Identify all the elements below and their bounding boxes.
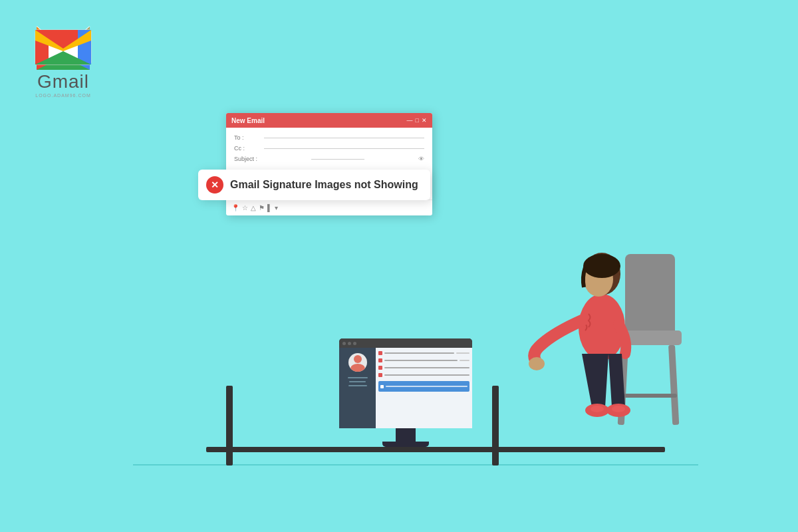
sidebar-line-2: [349, 381, 366, 382]
close-icon[interactable]: ✕: [422, 117, 427, 124]
list-line-3: [384, 367, 469, 368]
list-item-4: [378, 372, 469, 378]
svg-rect-9: [625, 254, 675, 340]
cc-line: [264, 148, 424, 149]
subject-line: [311, 159, 364, 160]
highlight-dot: [380, 385, 384, 388]
list-item-2: [378, 358, 469, 363]
eye-icon: 👁: [418, 156, 424, 162]
error-icon: ✕: [206, 176, 223, 194]
screen-sidebar: [339, 348, 376, 428]
screen-dot-3: [353, 342, 356, 345]
to-label: To :: [234, 134, 264, 141]
gmail-logo-text: Gmail: [37, 71, 89, 92]
cc-label: Cc :: [234, 145, 264, 152]
star-icon[interactable]: ☆: [242, 204, 248, 211]
monitor-stand: [396, 428, 416, 442]
svg-point-21: [591, 406, 604, 412]
list-line-2: [384, 360, 458, 361]
gmail-logo-sub: LOGO.ADAM96.COM: [35, 93, 90, 98]
screen-dot-1: [342, 342, 346, 345]
svg-rect-13: [624, 394, 677, 398]
bar-icon[interactable]: ▌: [267, 204, 272, 211]
list-line-1: [384, 352, 454, 354]
svg-point-17: [583, 254, 620, 278]
email-titlebar: New Email — □ ✕: [226, 113, 432, 128]
desk-leg-right: [492, 386, 499, 466]
highlight-line: [386, 386, 467, 387]
pin-icon[interactable]: 📍: [231, 204, 239, 211]
error-message: Gmail Signature Images not Showing: [230, 179, 418, 191]
list-line-4: [384, 374, 469, 376]
list-dot-4: [378, 373, 382, 377]
to-line: [264, 138, 424, 138]
email-toolbar: 📍 ☆ △ ⚑ ▌ ▾: [226, 200, 432, 215]
window-controls: — □ ✕: [407, 117, 427, 124]
svg-rect-12: [668, 345, 679, 425]
email-to-field: To :: [234, 134, 424, 141]
svg-point-18: [529, 357, 545, 370]
list-line-2b: [460, 360, 469, 361]
highlighted-row: [378, 381, 469, 392]
triangle-icon[interactable]: △: [251, 204, 256, 211]
sidebar-line-3: [348, 385, 367, 386]
list-dot-3: [378, 366, 382, 370]
monitor-base: [382, 442, 429, 447]
sidebar-line-1: [348, 377, 368, 378]
error-x-icon: ✕: [211, 180, 219, 190]
computer-monitor: [339, 338, 472, 447]
chevron-icon[interactable]: ▾: [275, 204, 278, 211]
person-chair-illustration: [499, 201, 712, 467]
svg-point-22: [612, 406, 625, 412]
flag-icon[interactable]: ⚑: [259, 204, 265, 211]
list-line-1b: [456, 352, 469, 354]
gmail-logo: Gmail LOGO.ADAM96.COM: [33, 20, 93, 98]
screen-header-bar: [339, 338, 472, 348]
avatar-body: [350, 364, 365, 372]
subject-label: Subject :: [234, 156, 257, 162]
list-item-3: [378, 365, 469, 370]
screen-avatar: [348, 353, 367, 372]
email-subject-row: Subject : 👁: [234, 156, 424, 162]
email-window-title: New Email: [231, 117, 265, 124]
list-dot-1: [378, 351, 382, 355]
screen-dot-2: [348, 342, 351, 345]
gmail-icon-proper: [33, 22, 93, 70]
list-item-1: [378, 350, 469, 356]
monitor-screen: [339, 338, 472, 428]
desk-leg-left: [226, 386, 233, 466]
screen-content: [376, 348, 472, 428]
email-cc-field: Cc :: [234, 145, 424, 152]
error-badge: ✕ Gmail Signature Images not Showing: [198, 170, 430, 200]
avatar-head: [354, 355, 362, 363]
list-dot-2: [378, 358, 382, 362]
maximize-icon[interactable]: □: [416, 117, 419, 124]
screen-body: [339, 348, 472, 428]
minimize-icon[interactable]: —: [407, 117, 413, 124]
